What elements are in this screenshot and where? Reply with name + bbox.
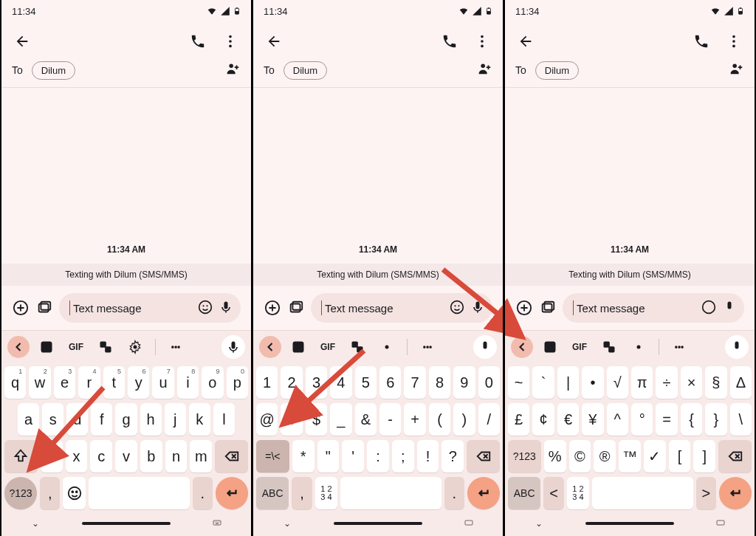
key-slash[interactable]: /	[478, 403, 500, 436]
key-pi[interactable]: π	[631, 366, 653, 399]
add-button[interactable]	[12, 299, 30, 317]
space-key[interactable]	[592, 477, 693, 509]
keyboard-switch-icon[interactable]	[454, 518, 484, 529]
key-minus[interactable]: -	[379, 403, 401, 436]
key-v[interactable]: v	[115, 440, 137, 473]
mic-icon[interactable]	[221, 335, 245, 359]
key-9[interactable]: 9	[453, 366, 475, 399]
compose-input[interactable]: Text message	[59, 293, 241, 323]
key-lbrace[interactable]: {	[681, 403, 702, 436]
mode-switch-key[interactable]: ABC	[256, 477, 289, 509]
nav-pill[interactable]	[334, 522, 422, 525]
call-button[interactable]	[435, 27, 464, 56]
key-amp[interactable]: &	[355, 403, 377, 436]
back-button[interactable]	[511, 27, 540, 56]
emoji-button[interactable]	[198, 300, 213, 317]
back-button[interactable]	[7, 27, 37, 56]
less-key[interactable]: <	[543, 477, 563, 509]
key-1[interactable]: 1	[256, 366, 278, 399]
settings-icon[interactable]	[123, 334, 148, 360]
key-c[interactable]: c	[90, 440, 112, 473]
space-key[interactable]	[340, 477, 441, 509]
shift-key[interactable]	[4, 440, 38, 473]
numpad-key[interactable]: 1 23 4	[567, 477, 590, 509]
key-k[interactable]: k	[189, 403, 210, 436]
backspace-key[interactable]	[215, 440, 248, 473]
key-caret[interactable]: ^	[607, 403, 628, 436]
alt-back-key[interactable]: ?123	[508, 440, 541, 473]
key-u[interactable]: u7	[152, 366, 173, 399]
key-trademark[interactable]: ™	[619, 440, 641, 473]
emoji-button[interactable]	[450, 300, 464, 317]
key-m[interactable]: m	[190, 440, 212, 473]
key-backslash[interactable]: \	[730, 403, 752, 436]
gallery-button[interactable]	[287, 299, 305, 317]
key-yen[interactable]: ¥	[582, 403, 603, 436]
voice-message-button[interactable]	[722, 300, 737, 317]
mode-switch-key[interactable]: ?123	[4, 477, 37, 509]
key-p[interactable]: p0	[227, 366, 248, 399]
key-w[interactable]: w2	[29, 366, 50, 399]
gif-button[interactable]: GIF	[567, 334, 592, 360]
key-pound[interactable]: £	[508, 403, 529, 436]
key-registered[interactable]: ®	[594, 440, 616, 473]
kb-back-icon[interactable]	[259, 336, 281, 358]
recipient-chip[interactable]: Dilum	[32, 61, 75, 80]
key-rbracket[interactable]: ]	[693, 440, 715, 473]
add-person-button[interactable]	[224, 61, 241, 80]
compose-input[interactable]: Text message	[311, 293, 492, 323]
key-dollar[interactable]: $	[306, 403, 327, 436]
key-l[interactable]: l	[213, 403, 235, 436]
key-y[interactable]: y6	[128, 366, 149, 399]
numpad-key[interactable]: 1 23 4	[315, 477, 338, 509]
key-degree[interactable]: °	[631, 403, 653, 436]
key-x[interactable]: x	[66, 440, 88, 473]
gallery-button[interactable]	[35, 299, 53, 317]
translate-icon[interactable]	[345, 334, 370, 360]
translate-icon[interactable]	[93, 334, 118, 360]
more-icon[interactable]: •••	[415, 334, 440, 360]
translate-icon[interactable]	[597, 334, 622, 360]
settings-icon[interactable]	[626, 334, 651, 360]
mode-switch-key[interactable]: ABC	[508, 477, 540, 509]
comma-key[interactable]: ,	[292, 477, 312, 509]
key-equals[interactable]: =	[656, 403, 677, 436]
sticker-icon[interactable]	[537, 334, 563, 360]
gif-button[interactable]: GIF	[63, 334, 89, 360]
kb-back-icon[interactable]	[511, 336, 533, 358]
key-colon[interactable]: :	[367, 440, 389, 473]
key-o[interactable]: o9	[202, 366, 223, 399]
gif-button[interactable]: GIF	[315, 334, 340, 360]
key-hash[interactable]: #	[281, 403, 302, 436]
key-6[interactable]: 6	[379, 366, 401, 399]
more-button[interactable]	[216, 27, 245, 56]
key-tilde[interactable]: ~	[508, 366, 529, 399]
mic-icon[interactable]	[473, 335, 497, 359]
more-icon[interactable]: •••	[163, 334, 188, 360]
add-button[interactable]	[515, 299, 533, 317]
key-r[interactable]: r4	[78, 366, 100, 399]
nav-chevron-icon[interactable]: ⌄	[272, 518, 302, 529]
voice-message-button[interactable]	[470, 300, 485, 317]
comma-key[interactable]: ,	[40, 477, 60, 509]
key-section[interactable]: §	[705, 366, 726, 399]
enter-key[interactable]	[216, 477, 248, 509]
key-plus[interactable]: +	[404, 403, 425, 436]
period-key[interactable]: .	[444, 477, 464, 509]
key-euro[interactable]: €	[557, 403, 579, 436]
more-button[interactable]	[719, 27, 749, 56]
keyboard-switch-icon[interactable]	[706, 518, 735, 529]
key-pipe[interactable]: |	[557, 366, 579, 399]
key-copyright[interactable]: ©	[569, 440, 591, 473]
gallery-button[interactable]	[539, 299, 557, 317]
space-key[interactable]	[89, 477, 190, 509]
key-backtick[interactable]: `	[532, 366, 554, 399]
key-at[interactable]: @	[256, 403, 278, 436]
key-rparen[interactable]: )	[453, 403, 475, 436]
key-semicolon[interactable]: ;	[392, 440, 414, 473]
key-a[interactable]: a	[18, 403, 39, 436]
key-bullet[interactable]: •	[582, 366, 603, 399]
more-icon[interactable]: •••	[667, 334, 692, 360]
key-t[interactable]: t5	[103, 366, 125, 399]
key-lparen[interactable]: (	[429, 403, 450, 436]
